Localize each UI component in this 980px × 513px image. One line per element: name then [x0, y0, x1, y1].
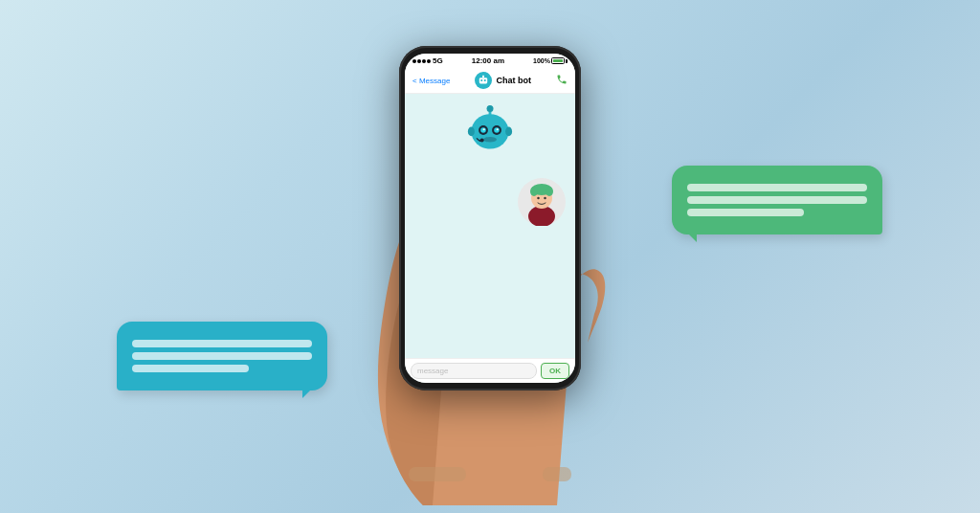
svg-rect-27 [543, 467, 571, 481]
bubble-line [132, 340, 312, 347]
ok-button[interactable]: OK [541, 363, 569, 379]
bubble-line [687, 209, 804, 216]
bubble-line [132, 365, 249, 372]
input-placeholder: message [417, 367, 448, 375]
svg-point-7 [487, 105, 494, 112]
robot-avatar [457, 103, 523, 170]
status-left: 5G [412, 56, 443, 65]
input-bar: message OK [405, 358, 575, 383]
bubble-line [132, 352, 312, 360]
chat-area [405, 94, 575, 358]
battery-icon: 100% [533, 57, 568, 64]
phone-screen: 5G 12:00 am 100% < Message [405, 54, 575, 383]
message-input[interactable]: message [411, 363, 537, 379]
bubble-line [687, 184, 867, 191]
bubble-line [687, 196, 867, 204]
nav-bar: < Message Chat bot [405, 68, 575, 94]
battery-percent: 100% [533, 57, 550, 64]
svg-rect-0 [479, 78, 487, 83]
svg-point-17 [480, 138, 484, 142]
back-button[interactable]: < Message [412, 77, 450, 85]
time-label: 12:00 am [472, 56, 504, 65]
user-speech-bubble [117, 322, 327, 390]
svg-point-1 [481, 79, 483, 81]
network-label: 5G [433, 56, 443, 65]
scene: 5G 12:00 am 100% < Message [59, 17, 921, 496]
phone: 5G 12:00 am 100% < Message [399, 46, 581, 390]
svg-point-5 [471, 114, 508, 148]
call-button[interactable] [556, 74, 568, 87]
svg-point-2 [484, 79, 486, 81]
svg-point-25 [544, 197, 546, 200]
svg-point-13 [497, 128, 499, 130]
svg-point-22 [530, 187, 538, 196]
svg-point-19 [528, 206, 555, 226]
bot-avatar-icon [475, 72, 492, 89]
user-avatar [518, 178, 566, 226]
bot-speech-bubble [672, 166, 882, 234]
svg-point-15 [468, 127, 475, 137]
svg-point-14 [483, 137, 497, 143]
svg-point-4 [483, 75, 484, 76]
svg-point-16 [505, 127, 512, 137]
svg-point-12 [483, 128, 485, 130]
chat-title: Chat bot [496, 76, 531, 85]
svg-point-24 [537, 197, 540, 200]
status-bar: 5G 12:00 am 100% [405, 54, 575, 68]
signal-icon [412, 59, 431, 63]
svg-point-23 [546, 187, 553, 196]
nav-title: Chat bot [475, 72, 531, 89]
svg-rect-26 [409, 467, 466, 481]
